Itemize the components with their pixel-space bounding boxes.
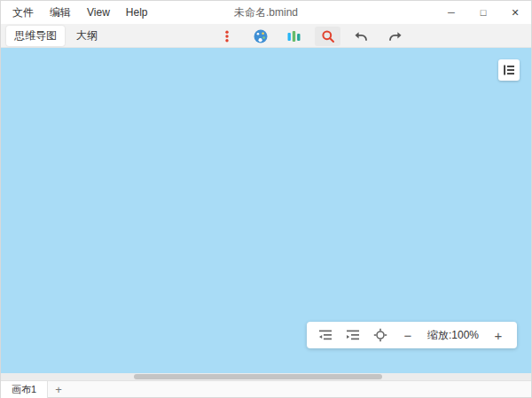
expand-outline-icon — [346, 329, 360, 341]
toolbar: 思维导图 大纲 — [1, 24, 531, 48]
undo-button[interactable] — [348, 27, 374, 46]
outline-panel-icon — [502, 63, 516, 77]
undo-icon — [354, 29, 369, 43]
maximize-button[interactable]: □ — [467, 1, 499, 24]
structure-button[interactable] — [281, 27, 307, 46]
sheet-tab-canvas1[interactable]: 画布1 — [1, 381, 48, 398]
horizontal-scrollbar-thumb[interactable] — [134, 374, 382, 379]
locate-center-button[interactable] — [372, 327, 388, 343]
more-dots-icon — [220, 29, 234, 43]
palette-icon — [253, 28, 269, 44]
toolbar-buttons — [214, 24, 408, 48]
view-tabs: 思维导图 大纲 — [1, 26, 106, 46]
menu-bar: 文件 编辑 View Help — [1, 1, 155, 24]
zoom-in-button[interactable]: + — [490, 327, 506, 343]
title-bar: 文件 编辑 View Help 未命名.bmind ─ □ ✕ — [1, 1, 531, 24]
collapse-nodes-button[interactable] — [317, 327, 333, 343]
menu-edit[interactable]: 编辑 — [42, 1, 79, 24]
theme-button[interactable] — [247, 27, 273, 46]
redo-icon — [387, 29, 403, 43]
collapse-outline-icon — [318, 329, 332, 341]
search-button[interactable] — [315, 27, 340, 46]
mindmap-canvas[interactable]: − 缩放:100% + — [1, 48, 531, 373]
zoom-level-label: 缩放:100% — [427, 328, 479, 343]
window-controls: ─ □ ✕ — [435, 1, 531, 24]
structure-icon — [286, 29, 301, 43]
horizontal-scrollbar[interactable] — [1, 373, 531, 380]
zoom-out-button[interactable]: − — [400, 327, 416, 343]
more-button[interactable] — [214, 27, 239, 46]
redo-button[interactable] — [382, 27, 408, 46]
tab-outline[interactable]: 大纲 — [68, 26, 106, 46]
tab-mindmap[interactable]: 思维导图 — [6, 26, 65, 46]
menu-help[interactable]: Help — [118, 1, 156, 24]
search-icon — [321, 29, 335, 43]
app-window: 文件 编辑 View Help 未命名.bmind ─ □ ✕ 思维导图 大纲 — [0, 0, 532, 398]
sheet-bar: 画布1 + — [1, 380, 531, 397]
minimize-button[interactable]: ─ — [435, 1, 467, 24]
zoom-toolbar: − 缩放:100% + — [307, 322, 517, 348]
outline-toggle-button[interactable] — [498, 59, 520, 81]
menu-file[interactable]: 文件 — [4, 1, 42, 24]
menu-view[interactable]: View — [79, 1, 118, 24]
locate-center-icon — [373, 328, 387, 342]
window-title: 未命名.bmind — [234, 5, 298, 20]
add-sheet-button[interactable]: + — [48, 381, 69, 398]
expand-nodes-button[interactable] — [345, 327, 361, 343]
close-button[interactable]: ✕ — [499, 1, 531, 24]
